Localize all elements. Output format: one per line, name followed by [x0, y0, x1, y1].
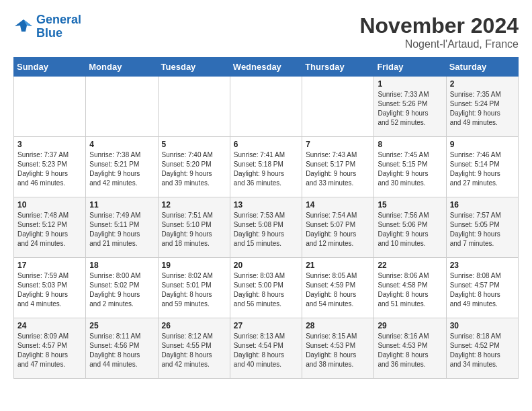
day-number: 6	[234, 140, 298, 149]
calendar-cell: 23Sunrise: 8:08 AM Sunset: 4:57 PM Dayli…	[446, 258, 518, 318]
day-number: 28	[306, 321, 370, 330]
calendar-cell: 18Sunrise: 8:00 AM Sunset: 5:02 PM Dayli…	[86, 258, 158, 318]
day-number: 18	[89, 261, 154, 270]
day-number: 3	[17, 140, 82, 149]
calendar-cell: 25Sunrise: 8:11 AM Sunset: 4:56 PM Dayli…	[86, 318, 158, 379]
calendar-cell: 2Sunrise: 7:35 AM Sunset: 5:24 PM Daylig…	[446, 77, 518, 137]
day-info: Sunrise: 7:33 AM Sunset: 5:26 PM Dayligh…	[378, 90, 442, 128]
day-number: 1	[378, 79, 442, 89]
calendar-cell	[14, 77, 86, 137]
day-info: Sunrise: 8:13 AM Sunset: 4:54 PM Dayligh…	[234, 332, 298, 369]
calendar-cell: 20Sunrise: 8:03 AM Sunset: 5:00 PM Dayli…	[230, 258, 302, 318]
calendar-table: SundayMondayTuesdayWednesdayThursdayFrid…	[13, 57, 519, 379]
day-number: 11	[89, 200, 154, 210]
day-info: Sunrise: 8:03 AM Sunset: 5:00 PM Dayligh…	[234, 271, 298, 309]
logo-text: General Blue	[36, 13, 81, 40]
day-info: Sunrise: 7:41 AM Sunset: 5:18 PM Dayligh…	[234, 150, 298, 188]
day-info: Sunrise: 7:40 AM Sunset: 5:20 PM Dayligh…	[162, 150, 226, 188]
day-info: Sunrise: 8:16 AM Sunset: 4:53 PM Dayligh…	[378, 332, 442, 369]
calendar-cell: 7Sunrise: 7:43 AM Sunset: 5:17 PM Daylig…	[302, 137, 374, 197]
day-info: Sunrise: 8:09 AM Sunset: 4:57 PM Dayligh…	[17, 332, 82, 369]
weekday-header: Monday	[86, 58, 158, 77]
calendar-cell: 5Sunrise: 7:40 AM Sunset: 5:20 PM Daylig…	[158, 137, 230, 197]
day-number: 20	[234, 261, 298, 270]
day-info: Sunrise: 7:56 AM Sunset: 5:06 PM Dayligh…	[378, 211, 442, 248]
day-info: Sunrise: 7:53 AM Sunset: 5:08 PM Dayligh…	[234, 211, 298, 248]
day-info: Sunrise: 7:48 AM Sunset: 5:12 PM Dayligh…	[17, 211, 82, 248]
day-info: Sunrise: 7:46 AM Sunset: 5:14 PM Dayligh…	[450, 150, 515, 188]
calendar-cell: 12Sunrise: 7:51 AM Sunset: 5:10 PM Dayli…	[158, 197, 230, 258]
day-number: 22	[378, 261, 442, 270]
day-info: Sunrise: 7:45 AM Sunset: 5:15 PM Dayligh…	[378, 150, 442, 188]
page-header: General Blue November 2024 Nogent-l'Arta…	[13, 13, 519, 50]
calendar-cell: 30Sunrise: 8:18 AM Sunset: 4:52 PM Dayli…	[446, 318, 518, 379]
day-info: Sunrise: 7:38 AM Sunset: 5:21 PM Dayligh…	[89, 150, 154, 188]
day-number: 12	[162, 200, 226, 210]
title-block: November 2024 Nogent-l'Artaud, France	[359, 13, 519, 50]
day-info: Sunrise: 8:08 AM Sunset: 4:57 PM Dayligh…	[450, 271, 515, 309]
day-info: Sunrise: 8:06 AM Sunset: 4:58 PM Dayligh…	[378, 271, 442, 309]
month-title: November 2024	[359, 13, 519, 38]
day-number: 27	[234, 321, 298, 330]
day-number: 21	[306, 261, 370, 270]
day-number: 29	[378, 321, 442, 330]
day-info: Sunrise: 7:59 AM Sunset: 5:03 PM Dayligh…	[17, 271, 82, 309]
day-info: Sunrise: 7:57 AM Sunset: 5:05 PM Dayligh…	[450, 211, 515, 248]
day-number: 2	[450, 79, 515, 89]
weekday-header: Thursday	[302, 58, 374, 77]
day-number: 23	[450, 261, 515, 270]
day-info: Sunrise: 7:51 AM Sunset: 5:10 PM Dayligh…	[162, 211, 226, 248]
weekday-header: Friday	[374, 58, 446, 77]
day-info: Sunrise: 8:12 AM Sunset: 4:55 PM Dayligh…	[162, 332, 226, 369]
day-number: 7	[306, 140, 370, 149]
calendar-cell: 24Sunrise: 8:09 AM Sunset: 4:57 PM Dayli…	[14, 318, 86, 379]
calendar-cell: 3Sunrise: 7:37 AM Sunset: 5:23 PM Daylig…	[14, 137, 86, 197]
calendar-cell	[86, 77, 158, 137]
day-info: Sunrise: 8:11 AM Sunset: 4:56 PM Dayligh…	[89, 332, 154, 369]
calendar-cell: 8Sunrise: 7:45 AM Sunset: 5:15 PM Daylig…	[374, 137, 446, 197]
day-info: Sunrise: 7:54 AM Sunset: 5:07 PM Dayligh…	[306, 211, 370, 248]
day-info: Sunrise: 8:02 AM Sunset: 5:01 PM Dayligh…	[162, 271, 226, 309]
calendar-cell	[302, 77, 374, 137]
calendar-cell: 9Sunrise: 7:46 AM Sunset: 5:14 PM Daylig…	[446, 137, 518, 197]
calendar-cell: 14Sunrise: 7:54 AM Sunset: 5:07 PM Dayli…	[302, 197, 374, 258]
calendar-cell: 26Sunrise: 8:12 AM Sunset: 4:55 PM Dayli…	[158, 318, 230, 379]
calendar-cell: 6Sunrise: 7:41 AM Sunset: 5:18 PM Daylig…	[230, 137, 302, 197]
day-info: Sunrise: 8:00 AM Sunset: 5:02 PM Dayligh…	[89, 271, 154, 309]
calendar-cell: 1Sunrise: 7:33 AM Sunset: 5:26 PM Daylig…	[374, 77, 446, 137]
day-number: 5	[162, 140, 226, 149]
calendar-cell: 27Sunrise: 8:13 AM Sunset: 4:54 PM Dayli…	[230, 318, 302, 379]
day-number: 19	[162, 261, 226, 270]
calendar-cell	[230, 77, 302, 137]
day-number: 13	[234, 200, 298, 210]
day-number: 8	[378, 140, 442, 149]
day-number: 15	[378, 200, 442, 210]
calendar-cell: 29Sunrise: 8:16 AM Sunset: 4:53 PM Dayli…	[374, 318, 446, 379]
weekday-header: Sunday	[14, 58, 86, 77]
calendar-cell: 13Sunrise: 7:53 AM Sunset: 5:08 PM Dayli…	[230, 197, 302, 258]
calendar-cell	[158, 77, 230, 137]
day-number: 26	[162, 321, 226, 330]
calendar-cell: 11Sunrise: 7:49 AM Sunset: 5:11 PM Dayli…	[86, 197, 158, 258]
day-number: 16	[450, 200, 515, 210]
day-info: Sunrise: 8:05 AM Sunset: 4:59 PM Dayligh…	[306, 271, 370, 309]
day-number: 14	[306, 200, 370, 210]
day-number: 4	[89, 140, 154, 149]
day-number: 24	[17, 321, 82, 330]
weekday-header: Saturday	[446, 58, 518, 77]
day-number: 30	[450, 321, 515, 330]
day-info: Sunrise: 8:15 AM Sunset: 4:53 PM Dayligh…	[306, 332, 370, 369]
calendar-cell: 28Sunrise: 8:15 AM Sunset: 4:53 PM Dayli…	[302, 318, 374, 379]
calendar-cell: 19Sunrise: 8:02 AM Sunset: 5:01 PM Dayli…	[158, 258, 230, 318]
day-info: Sunrise: 8:18 AM Sunset: 4:52 PM Dayligh…	[450, 332, 515, 369]
calendar-cell: 17Sunrise: 7:59 AM Sunset: 5:03 PM Dayli…	[14, 258, 86, 318]
calendar-cell: 16Sunrise: 7:57 AM Sunset: 5:05 PM Dayli…	[446, 197, 518, 258]
day-info: Sunrise: 7:35 AM Sunset: 5:24 PM Dayligh…	[450, 90, 515, 128]
day-info: Sunrise: 7:37 AM Sunset: 5:23 PM Dayligh…	[17, 150, 82, 188]
day-number: 9	[450, 140, 515, 149]
calendar-cell: 4Sunrise: 7:38 AM Sunset: 5:21 PM Daylig…	[86, 137, 158, 197]
day-info: Sunrise: 7:49 AM Sunset: 5:11 PM Dayligh…	[89, 211, 154, 248]
calendar-cell: 10Sunrise: 7:48 AM Sunset: 5:12 PM Dayli…	[14, 197, 86, 258]
calendar-cell: 15Sunrise: 7:56 AM Sunset: 5:06 PM Dayli…	[374, 197, 446, 258]
calendar-cell: 21Sunrise: 8:05 AM Sunset: 4:59 PM Dayli…	[302, 258, 374, 318]
